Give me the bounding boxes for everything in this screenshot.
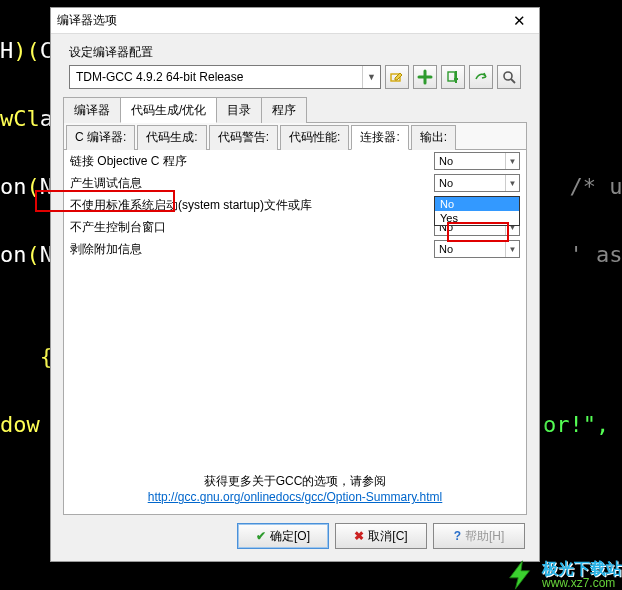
option-row-objc: 链接 Objective C 程序 No▼ bbox=[64, 150, 526, 172]
dropdown-option-yes[interactable]: Yes bbox=[435, 211, 519, 225]
option-value-strip[interactable]: No▼ bbox=[434, 240, 520, 258]
subtab-perf[interactable]: 代码性能: bbox=[280, 125, 349, 150]
dropdown-option-no[interactable]: No bbox=[435, 197, 519, 211]
option-value-debuginfo[interactable]: No▼ bbox=[434, 174, 520, 192]
compiler-config-section: 设定编译器配置 TDM-GCC 4.9.2 64-bit Release ▼ bbox=[51, 34, 539, 95]
copy-config-button[interactable] bbox=[441, 65, 465, 89]
option-row-debuginfo: 产生调试信息 No▼ bbox=[64, 172, 526, 194]
option-label: 不使用标准系统启动(system startup)文件或库 bbox=[70, 197, 434, 214]
chevron-down-icon: ▼ bbox=[505, 153, 519, 169]
option-row-strip: 剥除附加信息 No▼ bbox=[64, 238, 526, 260]
subtab-output[interactable]: 输出: bbox=[411, 125, 456, 150]
tab-compiler[interactable]: 编译器 bbox=[63, 97, 121, 123]
chevron-down-icon: ▼ bbox=[505, 175, 519, 191]
subtab-c-compiler[interactable]: C 编译器: bbox=[66, 125, 135, 150]
option-label: 不产生控制台窗口 bbox=[70, 219, 434, 236]
subtab-codegen[interactable]: 代码生成: bbox=[137, 125, 206, 150]
close-icon[interactable]: ✕ bbox=[505, 11, 533, 31]
subtab-warnings[interactable]: 代码警告: bbox=[209, 125, 278, 150]
chevron-down-icon: ▼ bbox=[362, 66, 380, 88]
svg-rect-1 bbox=[448, 72, 455, 81]
find-config-button[interactable] bbox=[497, 65, 521, 89]
option-label: 产生调试信息 bbox=[70, 175, 434, 192]
tab-programs[interactable]: 程序 bbox=[261, 97, 307, 123]
help-icon: ? bbox=[454, 529, 461, 543]
ok-button[interactable]: ✔ 确定[O] bbox=[237, 523, 329, 549]
subtab-linker[interactable]: 连接器: bbox=[351, 125, 408, 150]
close-icon: ✖ bbox=[354, 529, 364, 543]
cancel-button[interactable]: ✖ 取消[C] bbox=[335, 523, 427, 549]
sub-tabs: C 编译器: 代码生成: 代码警告: 代码性能: 连接器: 输出: bbox=[64, 123, 526, 150]
add-config-button[interactable] bbox=[413, 65, 437, 89]
titlebar: 编译器选项 ✕ bbox=[51, 8, 539, 34]
next-config-button[interactable] bbox=[469, 65, 493, 89]
check-icon: ✔ bbox=[256, 529, 266, 543]
compiler-options-dialog: 编译器选项 ✕ 设定编译器配置 TDM-GCC 4.9.2 64-bit Rel… bbox=[50, 7, 540, 562]
svg-point-2 bbox=[504, 72, 512, 80]
footer-note: 获得更多关于GCC的选项，请参阅 http://gcc.gnu.org/onli… bbox=[64, 465, 526, 514]
rename-config-button[interactable] bbox=[385, 65, 409, 89]
chevron-down-icon: ▼ bbox=[505, 241, 519, 257]
option-label: 剥除附加信息 bbox=[70, 241, 434, 258]
debuginfo-dropdown[interactable]: No Yes bbox=[434, 196, 520, 226]
option-list: 链接 Objective C 程序 No▼ 产生调试信息 No▼ 不使用标准系统… bbox=[64, 150, 526, 465]
tab-body: C 编译器: 代码生成: 代码警告: 代码性能: 连接器: 输出: 链接 Obj… bbox=[63, 123, 527, 515]
config-label: 设定编译器配置 bbox=[69, 44, 521, 61]
tab-codegen[interactable]: 代码生成/优化 bbox=[120, 97, 217, 123]
help-button[interactable]: ? 帮助[H] bbox=[433, 523, 525, 549]
gcc-docs-link[interactable]: http://gcc.gnu.org/onlinedocs/gcc/Option… bbox=[148, 490, 443, 504]
tab-directories[interactable]: 目录 bbox=[216, 97, 262, 123]
option-value-objc[interactable]: No▼ bbox=[434, 152, 520, 170]
option-label: 链接 Objective C 程序 bbox=[70, 153, 434, 170]
dialog-title: 编译器选项 bbox=[57, 12, 505, 29]
main-tabs: 编译器 代码生成/优化 目录 程序 bbox=[63, 97, 527, 123]
compiler-selected-text: TDM-GCC 4.9.2 64-bit Release bbox=[76, 70, 243, 84]
compiler-select[interactable]: TDM-GCC 4.9.2 64-bit Release ▼ bbox=[69, 65, 381, 89]
button-bar: ✔ 确定[O] ✖ 取消[C] ? 帮助[H] bbox=[51, 515, 539, 561]
